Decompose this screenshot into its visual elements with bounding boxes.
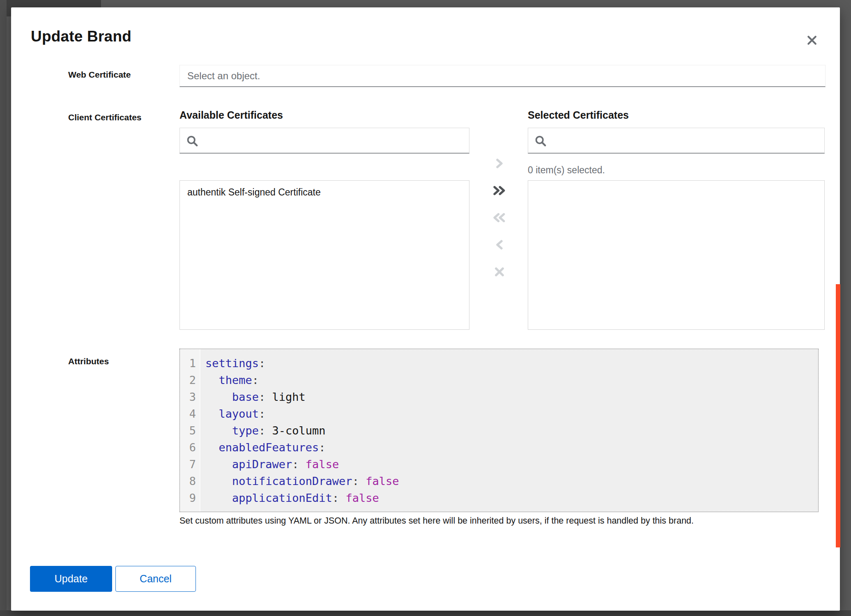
code-lines[interactable]: settings: theme: base: light layout: typ…	[200, 349, 818, 512]
backdrop-dimmed-footer	[0, 610, 851, 616]
available-certificates-heading: Available Certificates	[179, 109, 283, 121]
update-button[interactable]: Update	[30, 566, 112, 592]
attributes-label: Attributes	[68, 356, 109, 366]
certificate-option[interactable]: authentik Self-signed Certificate	[180, 181, 469, 204]
update-brand-modal: Update Brand Web Certificate Client Cert…	[11, 7, 840, 611]
attributes-help-text: Set custom attributes using YAML or JSON…	[179, 516, 820, 526]
close-icon[interactable]	[804, 32, 820, 48]
code-gutter: 123456789	[180, 349, 200, 512]
selected-count-status: 0 item(s) selected.	[528, 165, 605, 176]
available-certificates-search-input[interactable]	[179, 128, 469, 154]
angle-right-icon	[494, 157, 505, 171]
web-certificate-label: Web Certificate	[68, 70, 131, 80]
clear-selection-button[interactable]	[490, 264, 508, 280]
selected-certificates-heading: Selected Certificates	[528, 109, 629, 121]
selected-certificates-search-input[interactable]	[528, 128, 825, 154]
selected-certificates-listbox[interactable]	[528, 180, 825, 330]
angle-double-left-icon	[492, 211, 507, 225]
web-certificate-input[interactable]	[179, 65, 826, 87]
accent-bar	[836, 284, 840, 547]
available-certificates-listbox[interactable]: authentik Self-signed Certificate	[179, 180, 469, 330]
dual-list-controls	[490, 156, 508, 280]
remove-selected-button[interactable]	[490, 237, 508, 253]
angle-double-right-icon	[492, 184, 507, 198]
client-certificates-label: Client Certificates	[68, 113, 142, 122]
modal-title: Update Brand	[31, 28, 131, 45]
add-selected-button[interactable]	[490, 156, 508, 172]
times-icon	[493, 266, 506, 279]
remove-all-button[interactable]	[490, 210, 508, 226]
angle-left-icon	[494, 239, 505, 252]
backdrop-dimmed-sidebar-edge	[0, 0, 7, 616]
cancel-button[interactable]: Cancel	[115, 566, 196, 592]
attributes-code-editor[interactable]: 123456789 settings: theme: base: light l…	[179, 349, 819, 512]
add-all-button[interactable]	[490, 183, 508, 199]
